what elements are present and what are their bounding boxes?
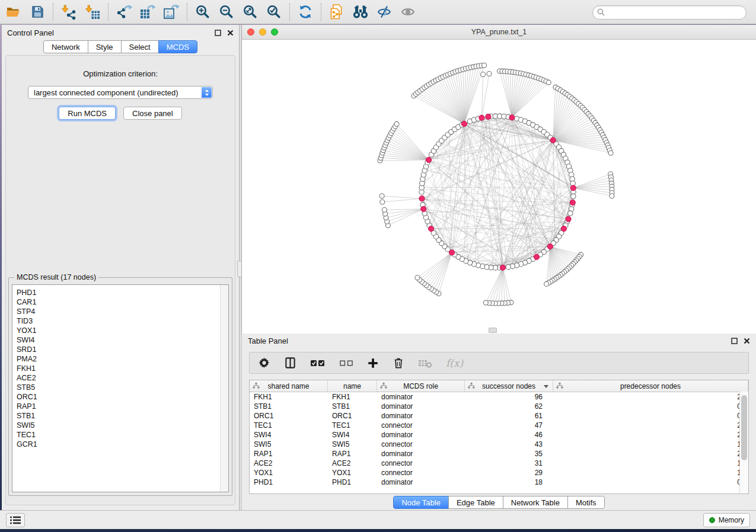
float-table-panel-icon[interactable] [731,338,738,345]
float-panel-icon[interactable] [214,29,221,36]
table-row[interactable]: SWI4SWI4dominator462 [250,430,748,440]
result-item[interactable]: STB1 [17,411,228,421]
result-item[interactable]: SRD1 [17,345,228,354]
cell: SWI5 [250,440,328,449]
cell: STB1 [328,402,377,411]
result-item[interactable]: SWI5 [17,421,228,430]
run-mcds-button[interactable]: Run MCDS [59,107,116,120]
table-row[interactable]: PHD1PHD1dominator180 [250,477,748,487]
tab-node-table[interactable]: Node Table [393,496,449,509]
column-header-successor-nodes[interactable]: successor nodes [465,380,553,392]
network-canvas[interactable] [242,40,756,334]
result-item[interactable]: PHD1 [17,288,228,297]
table-row[interactable]: RAP1RAP1dominator352 [250,449,748,459]
table-row[interactable]: STB1STB1dominator620 [250,402,748,411]
table-row[interactable]: YOX1YOX1connector291 [250,468,748,477]
column-header-predecessor-nodes[interactable]: predecessor nodes [553,380,748,392]
search-network-button[interactable] [350,2,371,22]
result-item[interactable]: STP4 [17,307,228,316]
import-table-button[interactable] [82,2,103,22]
sort-arrow-icon[interactable] [544,385,548,388]
minimize-window-button[interactable] [259,28,266,36]
tab-style[interactable]: Style [88,40,122,53]
show-hidden-button[interactable] [398,2,418,22]
column-header-shared-name[interactable]: shared name [250,380,328,392]
tab-select[interactable]: Select [121,40,159,53]
select-stepper-icon [202,87,212,98]
result-item[interactable]: PMA2 [17,354,228,364]
cell: PHD1 [250,477,328,487]
hide-selected-button[interactable] [374,2,394,22]
cell: 1 [553,459,748,468]
result-item[interactable]: RAP1 [17,402,228,411]
zoom-window-button[interactable] [271,28,278,36]
memory-button[interactable]: Memory [703,513,750,527]
deselect-all-button[interactable] [339,358,353,368]
clone-network-button[interactable] [327,2,347,22]
criterion-select-value: largest connected component (undirected) [34,88,178,97]
result-item[interactable]: GCR1 [17,440,228,449]
task-history-button[interactable] [6,513,25,527]
cell: ORC1 [328,411,377,421]
result-item[interactable]: TID3 [17,316,228,326]
result-scrollbar[interactable] [220,285,228,492]
result-item[interactable]: ORC1 [17,392,228,402]
table-row[interactable]: SWI5SWI5connector431 [250,440,748,449]
result-item[interactable]: STB5 [17,383,228,392]
result-item[interactable]: CAR1 [17,297,228,307]
export-image-button[interactable] [161,2,181,22]
settings-button[interactable] [258,357,270,369]
cell: connector [377,440,465,449]
cell: PHD1 [328,477,377,487]
save-session-button[interactable] [27,2,47,22]
tab-edge-table[interactable]: Edge Table [448,496,503,509]
import-network-button[interactable] [59,2,79,22]
result-item[interactable]: TEC1 [17,430,228,440]
zoom-selected-button[interactable] [264,2,284,22]
control-panel-tabs: NetworkStyleSelectMCDS [2,40,239,53]
table-row[interactable]: FKH1FKH1dominator962 [250,392,748,402]
zoom-fit-button[interactable] [240,2,260,22]
cell: 96 [465,392,553,402]
zoom-out-button[interactable] [216,2,237,22]
tab-network[interactable]: Network [43,40,88,53]
table-scrollbar-thumb[interactable] [741,395,747,460]
criterion-select[interactable]: largest connected component (undirected) [28,86,213,99]
search-input[interactable] [607,7,743,18]
open-file-button[interactable] [4,2,24,22]
tab-mcds[interactable]: MCDS [158,40,197,53]
horizontal-splitter-grip[interactable] [489,328,497,333]
result-item[interactable]: FKH1 [17,364,228,373]
close-panel-icon[interactable] [227,29,234,36]
delete-button[interactable] [393,357,404,369]
toolbar-group [327,2,418,22]
table-scrollbar[interactable] [739,392,748,493]
close-table-panel-icon[interactable] [743,338,750,345]
column-header-name[interactable]: name [328,380,377,392]
main-toolbar [0,0,756,24]
export-network-button[interactable] [114,2,134,22]
cell: ACE2 [250,459,328,468]
table-row[interactable]: ORC1ORC1dominator610 [250,411,748,421]
network-window-titlebar[interactable]: YPA_prune.txt_1 [242,25,756,40]
result-item[interactable]: YOX1 [17,326,228,335]
toolbar-separator [289,3,290,21]
zoom-in-button[interactable] [193,2,213,22]
cell: 61 [465,411,553,421]
result-item[interactable]: SWI4 [17,335,228,345]
tree-icon [253,382,260,389]
refresh-button[interactable] [295,2,315,22]
add-button[interactable] [367,357,379,369]
columns-button[interactable] [284,357,296,369]
column-header-MCDS-role[interactable]: MCDS role [377,380,465,392]
tab-motifs[interactable]: Motifs [567,496,605,509]
close-window-button[interactable] [247,28,254,36]
table-row[interactable]: ACE2ACE2connector311 [250,459,748,468]
table-row[interactable]: TEC1TEC1connector472 [250,421,748,430]
select-all-button[interactable] [310,357,326,369]
column-label: predecessor nodes [620,382,681,390]
result-item[interactable]: ACE2 [17,373,228,383]
export-table-button[interactable] [138,2,158,22]
close-panel-button[interactable]: Close panel [123,107,182,120]
tab-network-table[interactable]: Network Table [503,496,568,509]
